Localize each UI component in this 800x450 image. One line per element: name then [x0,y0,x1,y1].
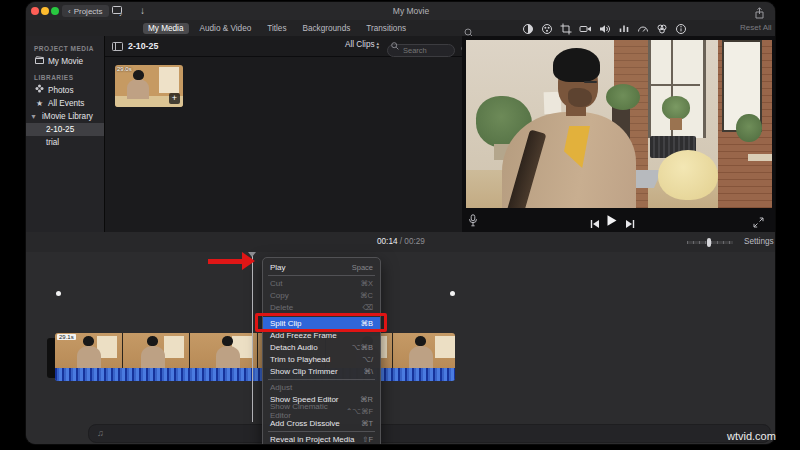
play-button[interactable] [605,213,618,231]
zoom-button[interactable] [51,7,59,15]
clip-audio-waveform [55,368,455,381]
reset-all-button[interactable]: Reset All [740,23,772,32]
menu-item-trim-to-playhead[interactable]: Trim to Playhead⌥/ [263,353,380,365]
transport-controls [462,208,775,232]
watermark: wtvid.com [727,430,776,442]
timeline-clip-duration-badge: 29.1s [57,334,76,340]
sidebar-label: All Events [48,97,84,110]
sidebar-item-all-events[interactable]: ★ All Events [26,97,104,110]
photos-flower-icon [35,84,44,97]
waveform-handle-right[interactable] [450,291,455,296]
title-bar: ‹ Projects ♪ ↓ My Movie [26,2,775,20]
menu-item-reveal-in-project-media[interactable]: Reveal in Project Media⇧F [263,433,380,444]
frame-person-shape [216,346,240,368]
noise-reduction-icon[interactable] [618,23,630,35]
imovie-window: ‹ Projects ♪ ↓ My Movie My Media Audio &… [26,2,775,444]
menu-separator [268,379,375,380]
sill-pot-shape [670,118,682,130]
tab-transitions[interactable]: Transitions [361,23,411,34]
time-total: 00:29 [404,237,425,246]
tab-backgrounds[interactable]: Backgrounds [298,23,356,34]
browser-event-title: 2-10-25 [128,41,158,51]
media-browser: 2-10-25 All Clips ▴▾ 29.0s + [105,36,463,232]
timeline[interactable]: 29.1s ♫ [26,252,775,444]
color-correction-icon[interactable] [541,23,553,35]
crop-icon[interactable] [560,23,572,35]
menu-item-detach-audio[interactable]: Detach Audio⌥⌘B [263,341,380,353]
filmstrip-frame [123,333,191,368]
volume-icon[interactable] [599,23,611,35]
sidebar-item-event-2-10-25[interactable]: 2-10-25 [26,123,104,136]
speed-icon[interactable] [637,23,649,35]
viewer-panel [462,36,775,232]
media-organizer-icon[interactable]: ♪ [112,6,124,18]
libraries-sidebar: PROJECT MEDIA My Movie LIBRARIES Photos … [26,36,105,232]
import-icon[interactable]: ↓ [140,5,145,16]
close-button[interactable] [31,7,39,15]
side-table-shape [748,154,772,161]
menu-item-play[interactable]: PlaySpace [263,261,380,273]
clip-trim-handle[interactable] [47,338,55,378]
sidebar-label: iMovie Library [42,110,93,123]
clip-filter-dropdown[interactable]: All Clips ▴▾ [345,40,379,49]
thumb-window-shape [159,67,179,93]
search-field[interactable] [387,39,455,52]
sidebar-item-my-movie[interactable]: My Movie [26,55,104,68]
info-icon[interactable] [675,23,687,35]
shelf-plant-shape [606,84,640,110]
viewer-adjust-toolbar [522,22,687,35]
settings-button[interactable]: Settings [744,237,774,246]
time-display: 00:14 / 00:29 [377,237,425,246]
tab-titles[interactable]: Titles [262,23,291,34]
waveform-handle-left[interactable] [56,291,61,296]
sidebar-toggle-icon[interactable] [112,37,123,55]
sidebar-item-imovie-library[interactable]: ▾ iMovie Library [26,110,104,123]
timeline-header: 00:14 / 00:29 [26,232,775,253]
sill-plant-shape [662,96,690,120]
timeline-zoom-slider[interactable] [687,241,733,244]
color-balance-icon[interactable] [522,23,534,35]
zoom-slider-thumb[interactable] [707,238,711,247]
playhead-line[interactable] [252,252,253,422]
desktop: ‹ Projects ♪ ↓ My Movie My Media Audio &… [0,0,800,450]
tab-my-media[interactable]: My Media [143,23,189,34]
previous-frame-button[interactable] [590,215,600,233]
clip-filter-icon[interactable] [656,23,668,35]
browser-clip-thumbnail[interactable]: 29.0s + [115,65,183,107]
tab-audio-video[interactable]: Audio & Video [195,23,257,34]
back-to-projects-button[interactable]: ‹ Projects [62,5,109,17]
menu-item-adjust: Adjust [263,381,380,393]
music-note-icon: ♫ [97,428,104,438]
stabilization-icon[interactable] [579,23,592,35]
minimize-button[interactable] [41,7,49,15]
frame-person-shape [77,346,101,368]
clip-context-menu: PlaySpace Cut⌘X Copy⌘C Delete⌫ Split Cli… [262,257,381,444]
browser-header: 2-10-25 All Clips ▴▾ [105,36,462,57]
video-preview[interactable] [466,40,772,208]
filmstrip-frame [190,333,258,368]
menu-item-cut: Cut⌘X [263,277,380,289]
sidebar-label: 2-10-25 [46,123,74,136]
thumb-person-shape [127,79,149,99]
search-icon [391,42,399,50]
timeline-clip[interactable]: 29.1s [55,333,455,381]
sidebar-item-event-trial[interactable]: trial [26,136,104,149]
voiceover-mic-icon[interactable] [468,213,478,231]
fullscreen-icon[interactable] [753,214,764,232]
add-to-timeline-button[interactable]: + [169,93,180,104]
clip-filter-value: All Clips [345,40,375,49]
sidebar-label: trial [46,136,59,149]
chevron-down-icon: ▾ [29,110,38,123]
menu-item-add-cross-dissolve[interactable]: Add Cross Dissolve⌘T [263,417,380,429]
thumb-beanie-shape [133,70,144,80]
window-title: My Movie [366,6,456,16]
menu-item-show-clip-trimmer[interactable]: Show Clip Trimmer⌘\ [263,365,380,377]
time-current: 00:14 [377,237,398,246]
clip-duration-badge: 29.0s [117,66,132,72]
clip-filmstrip [55,333,455,368]
next-frame-button[interactable] [625,215,635,233]
sidebar-item-photos[interactable]: Photos [26,84,104,97]
svg-text:♪: ♪ [119,10,123,16]
back-chevron-icon: ‹ [68,7,71,16]
background-music-lane[interactable]: ♫ [88,424,771,443]
